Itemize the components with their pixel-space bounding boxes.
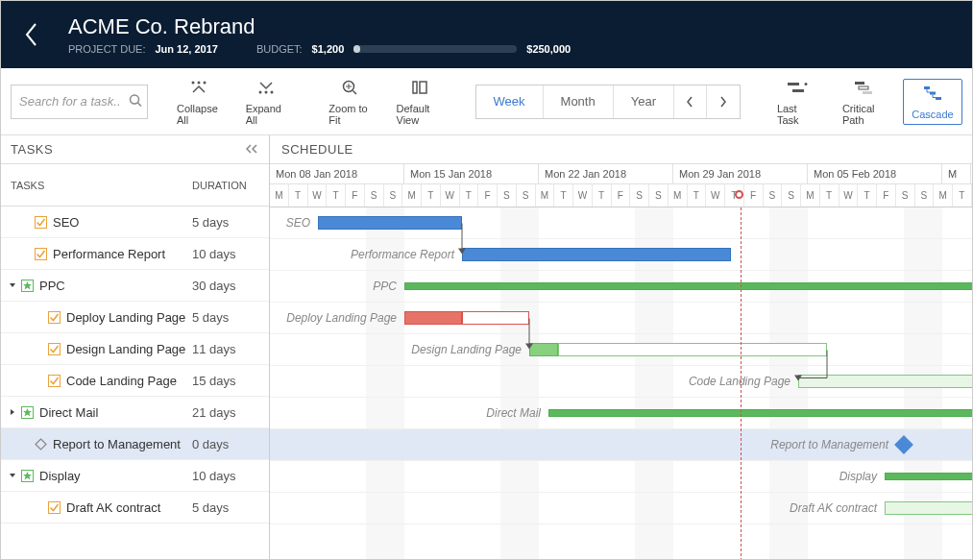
gantt-row[interactable]: Report to Management: [270, 429, 972, 461]
gantt-row[interactable]: SEO: [270, 207, 972, 239]
task-name: PPC: [39, 279, 65, 293]
svg-rect-21: [930, 91, 936, 94]
day-header-cell: F: [877, 183, 896, 207]
svg-rect-19: [863, 91, 872, 94]
svg-point-6: [264, 90, 267, 93]
expand-all-button[interactable]: Expand All: [236, 74, 296, 130]
due-value: Jun 12, 2017: [155, 43, 217, 55]
gantt-bar[interactable]: [529, 343, 558, 356]
default-view-label: Default View: [397, 103, 444, 126]
search-icon[interactable]: [129, 93, 142, 110]
expander-icon[interactable]: [7, 408, 18, 416]
task-row[interactable]: Draft AK contract5 days: [1, 492, 269, 523]
gantt-bar[interactable]: [404, 282, 972, 290]
col-duration[interactable]: DURATION: [192, 180, 269, 191]
task-duration: 5 days: [192, 310, 269, 325]
task-row[interactable]: Direct Mail21 days: [1, 397, 269, 428]
task-type-icon: [34, 247, 47, 260]
task-name: Deploy Landing Page: [66, 310, 185, 325]
day-header-cell: T: [820, 183, 839, 207]
svg-point-2: [191, 81, 194, 84]
svg-point-7: [270, 90, 273, 93]
week-header-cell: Mon 29 Jan 2018: [673, 164, 808, 183]
header-content: ACME Co. Rebrand PROJECT DUE: Jun 12, 20…: [68, 14, 961, 55]
day-header-cell: T: [422, 183, 441, 207]
gantt-bar-planned[interactable]: [462, 311, 529, 325]
zoom-fit-label: Zoom to Fit: [328, 103, 371, 126]
task-row[interactable]: PPC30 days: [1, 270, 269, 302]
gantt-row[interactable]: Draft AK contract: [270, 493, 972, 524]
default-view-button[interactable]: Default View: [387, 74, 453, 130]
svg-rect-14: [788, 83, 799, 85]
day-header-cell: T: [289, 183, 308, 207]
gantt-row[interactable]: Performance Report: [270, 239, 972, 271]
bar-label: Deploy Landing Page: [286, 311, 397, 325]
zoom-to-fit-button[interactable]: Zoom to Fit: [319, 74, 380, 130]
day-header-cell: M: [270, 183, 289, 207]
last-task-button[interactable]: Last Task: [767, 74, 827, 130]
critical-path-button[interactable]: Critical Path: [833, 74, 897, 130]
search-input[interactable]: [11, 85, 148, 119]
gantt-bar-planned[interactable]: [558, 343, 827, 356]
svg-line-1: [138, 103, 142, 107]
gantt-bar[interactable]: [798, 375, 972, 388]
gantt-bar[interactable]: [885, 473, 972, 480]
day-header-cell: W: [573, 183, 593, 207]
cascade-button[interactable]: Cascade: [903, 79, 962, 125]
bar-label: Performance Report: [351, 248, 454, 261]
milestone-diamond[interactable]: [894, 435, 913, 454]
svg-line-9: [353, 90, 357, 94]
task-row[interactable]: Deploy Landing Page5 days: [1, 302, 269, 333]
gantt-row[interactable]: Deploy Landing Page: [270, 303, 972, 334]
pane-collapse-button[interactable]: [244, 142, 259, 157]
app-header: ACME Co. Rebrand PROJECT DUE: Jun 12, 20…: [1, 1, 972, 68]
gantt-row[interactable]: Design Landing Page: [270, 334, 972, 366]
task-duration: 15 days: [192, 374, 269, 388]
gantt-rows[interactable]: SEOPerformance ReportPPCDeploy Landing P…: [270, 207, 972, 560]
gantt-row[interactable]: Display: [270, 461, 972, 493]
day-header-cell: S: [517, 183, 536, 207]
gantt-bar[interactable]: [462, 248, 731, 261]
col-tasks[interactable]: TASKS: [1, 180, 192, 191]
collapse-all-button[interactable]: Collapse All: [167, 74, 231, 130]
year-segment[interactable]: Year: [614, 85, 674, 118]
gantt-row[interactable]: Direct Mail: [270, 398, 972, 429]
zoom-fit-icon: [341, 78, 358, 97]
due-label: PROJECT DUE:: [68, 43, 145, 55]
expander-icon[interactable]: [7, 281, 18, 289]
prev-period-button[interactable]: [674, 85, 707, 118]
critical-path-icon: [854, 78, 875, 97]
back-button[interactable]: [12, 15, 51, 54]
task-row[interactable]: Report to Management0 days: [1, 428, 269, 460]
month-segment[interactable]: Month: [544, 85, 614, 118]
week-segment[interactable]: Week: [476, 85, 544, 118]
day-header-cell: S: [915, 183, 935, 207]
svg-rect-18: [859, 86, 868, 89]
task-row[interactable]: Design Landing Page11 days: [1, 333, 269, 365]
cascade-icon: [923, 84, 942, 103]
gantt-bar[interactable]: [318, 216, 462, 230]
task-row[interactable]: Performance Report10 days: [1, 238, 269, 270]
gantt-row[interactable]: Code Landing Page: [270, 366, 972, 398]
task-row[interactable]: Code Landing Page15 days: [1, 365, 269, 397]
gantt-bar[interactable]: [885, 501, 972, 515]
expander-icon[interactable]: [7, 472, 18, 479]
next-period-button[interactable]: [707, 85, 740, 118]
task-column-headers: TASKS DURATION: [1, 164, 269, 207]
default-view-icon: [411, 78, 428, 97]
budget-spent: $1,200: [312, 43, 345, 55]
day-header-cell: W: [441, 183, 460, 207]
time-range-segmented: Week Month Year: [475, 85, 741, 119]
chevron-left-icon: [24, 22, 39, 47]
task-duration: 10 days: [192, 469, 269, 483]
day-header-cell: S: [649, 183, 669, 207]
day-header-cell: S: [896, 183, 915, 207]
task-row[interactable]: SEO5 days: [1, 207, 269, 238]
svg-rect-15: [792, 89, 804, 92]
bar-label: Display: [839, 470, 877, 483]
gantt-bar[interactable]: [404, 311, 462, 325]
gantt-bar[interactable]: [548, 409, 972, 417]
task-name: SEO: [53, 215, 79, 230]
task-row[interactable]: Display10 days: [1, 460, 269, 492]
gantt-row[interactable]: PPC: [270, 271, 972, 303]
